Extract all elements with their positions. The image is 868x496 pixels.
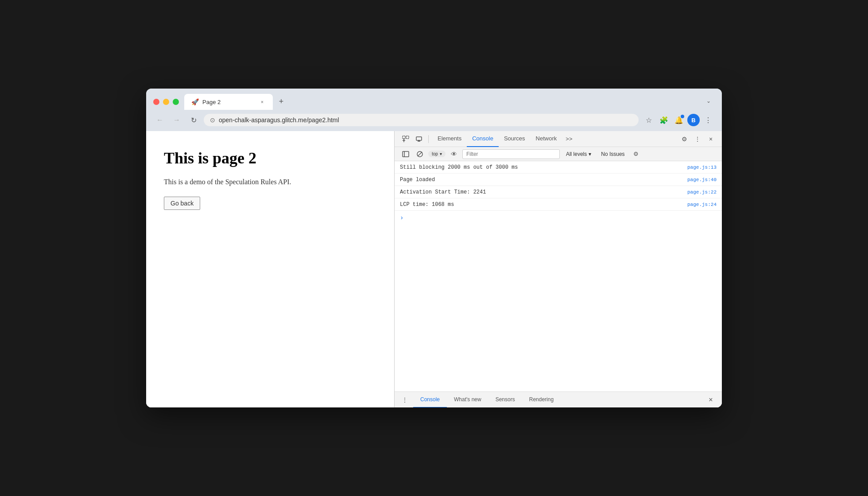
levels-label: All levels	[566, 151, 587, 157]
reload-button[interactable]: ↻	[187, 113, 200, 127]
browser-controls-right: ⌄	[702, 95, 715, 107]
bottom-tab-rendering-label: Rendering	[529, 396, 554, 403]
tab-dropdown-button[interactable]: ⌄	[702, 95, 715, 107]
tab-favicon-icon: 🚀	[191, 98, 199, 105]
console-settings-button[interactable]: ⚙	[631, 149, 641, 159]
svg-rect-0	[403, 136, 405, 139]
tab-title-label: Page 2	[202, 99, 255, 105]
devtools-device-button[interactable]	[413, 133, 425, 145]
tabs-area: 🚀 Page 2 × +	[184, 94, 697, 110]
bottom-tab-console-label: Console	[420, 396, 440, 403]
title-bar: 🚀 Page 2 × + ⌄	[146, 89, 722, 111]
profile-button[interactable]: B	[687, 114, 700, 126]
console-message-text-2: Activation Start Time: 2241	[400, 189, 682, 195]
console-message-2: Activation Start Time: 2241 page.js:22	[395, 186, 722, 198]
notification-button[interactable]: 🔔	[672, 113, 686, 127]
console-message-text-3: LCP time: 1068 ms	[400, 202, 682, 208]
console-message-link-2[interactable]: page.js:22	[687, 190, 717, 195]
console-message-link-0[interactable]: page.js:13	[687, 165, 717, 170]
console-toggle-sidebar-button[interactable]	[400, 148, 411, 160]
clear-icon	[416, 151, 423, 158]
address-bar[interactable]: ⊙ open-chalk-asparagus.glitch.me/page2.h…	[204, 114, 639, 126]
sidebar-toggle-icon	[402, 151, 409, 158]
devtools-more-tabs-button[interactable]: >>	[562, 131, 576, 147]
devtools-inspect-button[interactable]	[400, 133, 411, 145]
console-clear-button[interactable]	[414, 148, 426, 160]
page-content: This is page 2 This is a demo of the Spe…	[146, 131, 394, 407]
console-eye-button[interactable]: 👁	[448, 148, 460, 160]
bottom-tab-console[interactable]: Console	[413, 392, 447, 408]
browser-tab[interactable]: 🚀 Page 2 ×	[184, 94, 273, 110]
chrome-menu-button[interactable]: ⋮	[701, 113, 715, 127]
bottom-tab-whats-new[interactable]: What's new	[447, 392, 488, 408]
toolbar-separator	[428, 135, 429, 143]
inspect-icon	[402, 136, 409, 143]
devtools-bottom-bar: ⋮ Console What's new Sensors Rendering ×	[395, 391, 722, 407]
console-message-3: LCP time: 1068 ms page.js:24	[395, 198, 722, 211]
notification-badge	[681, 115, 684, 118]
devtools-panel: Elements Console Sources Network >> ⚙ ⋮	[394, 131, 722, 407]
browser-window: 🚀 Page 2 × + ⌄ ← → ↻ ⊙ open-chalk-aspara…	[146, 89, 722, 407]
svg-rect-8	[403, 151, 409, 157]
tab-sources[interactable]: Sources	[499, 131, 531, 147]
console-message-0: Still blocking 2000 ms out of 3000 ms pa…	[395, 161, 722, 174]
console-context-selector[interactable]: top ▾	[428, 151, 446, 157]
bottom-tab-sensors[interactable]: Sensors	[488, 392, 522, 408]
devtools-more-options-button[interactable]: ⋮	[692, 133, 703, 145]
minimize-window-button[interactable]	[163, 99, 169, 105]
bottom-tab-sensors-label: Sensors	[496, 396, 515, 403]
main-content: This is page 2 This is a demo of the Spe…	[146, 131, 722, 407]
tab-close-button[interactable]: ×	[259, 98, 266, 105]
close-window-button[interactable]	[153, 99, 159, 105]
traffic-lights	[153, 99, 179, 105]
bottom-close-button[interactable]: ×	[705, 394, 717, 406]
console-prompt[interactable]: ›	[395, 211, 722, 225]
nav-bar: ← → ↻ ⊙ open-chalk-asparagus.glitch.me/p…	[146, 111, 722, 131]
back-button[interactable]: ←	[153, 113, 167, 127]
levels-arrow-icon: ▾	[589, 151, 591, 157]
console-messages: Still blocking 2000 ms out of 3000 ms pa…	[395, 161, 722, 391]
devtools-toolbar-right: ⚙ ⋮ ×	[678, 133, 717, 145]
console-message-text-1: Page loaded	[400, 177, 682, 183]
console-message-text-0: Still blocking 2000 ms out of 3000 ms	[400, 164, 682, 170]
bottom-more-button[interactable]: ⋮	[400, 395, 410, 405]
prompt-chevron-icon: ›	[400, 214, 403, 221]
forward-button[interactable]: →	[170, 113, 183, 127]
devtools-toolbar: Elements Console Sources Network >> ⚙ ⋮	[395, 131, 722, 147]
bookmark-button[interactable]: ☆	[642, 113, 655, 127]
svg-rect-1	[406, 136, 409, 139]
console-message-link-1[interactable]: page.js:40	[687, 177, 717, 182]
device-icon	[415, 136, 422, 143]
context-label: top	[432, 151, 438, 156]
bottom-tab-whats-new-label: What's new	[454, 396, 481, 403]
maximize-window-button[interactable]	[173, 99, 179, 105]
console-no-issues-badge: No Issues	[597, 150, 628, 158]
devtools-settings-button[interactable]: ⚙	[678, 133, 690, 145]
console-toolbar: top ▾ 👁 All levels ▾ No Issues ⚙	[395, 147, 722, 161]
console-message-1: Page loaded page.js:40	[395, 174, 722, 186]
page-title: This is page 2	[164, 149, 376, 167]
devtools-tabs: Elements Console Sources Network >>	[432, 131, 677, 147]
console-levels-dropdown[interactable]: All levels ▾	[562, 150, 595, 158]
tab-elements[interactable]: Elements	[432, 131, 467, 147]
tab-network[interactable]: Network	[531, 131, 562, 147]
devtools-close-button[interactable]: ×	[705, 133, 717, 145]
address-url-text: open-chalk-asparagus.glitch.me/page2.htm…	[219, 116, 632, 124]
svg-rect-4	[416, 137, 422, 140]
address-security-icon: ⊙	[210, 116, 215, 124]
console-filter-input[interactable]	[462, 149, 560, 159]
go-back-button[interactable]: Go back	[164, 197, 200, 210]
context-dropdown-arrow: ▾	[440, 151, 442, 156]
extension-button[interactable]: 🧩	[657, 113, 670, 127]
page-description: This is a demo of the Speculation Rules …	[164, 178, 376, 186]
nav-actions: ☆ 🧩 🔔 B ⋮	[642, 113, 715, 127]
console-message-link-3[interactable]: page.js:24	[687, 202, 717, 207]
new-tab-button[interactable]: +	[275, 95, 288, 108]
bottom-tab-rendering[interactable]: Rendering	[522, 392, 561, 408]
svg-line-11	[418, 152, 422, 156]
tab-console[interactable]: Console	[467, 131, 499, 147]
